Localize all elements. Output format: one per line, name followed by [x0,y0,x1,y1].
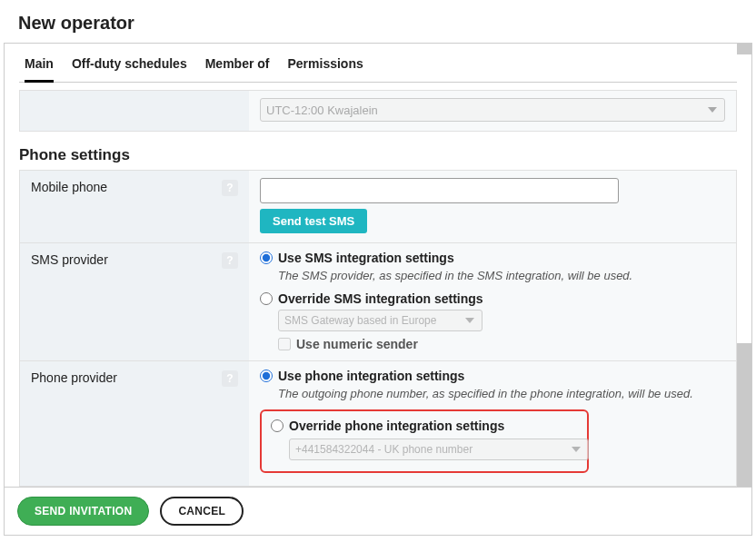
numeric-sender-checkbox[interactable] [278,338,291,350]
numeric-sender-label: Use numeric sender [296,337,418,351]
mobile-phone-label: Mobile phone [31,180,107,194]
sms-use-integration-radio[interactable] [260,251,273,264]
dialog-panel: Main Off-duty schedules Member of Permis… [4,43,752,536]
send-test-sms-button[interactable]: Send test SMS [260,209,367,233]
phone-number-select[interactable]: +441584322044 - UK phone number [289,439,589,460]
tab-member-of[interactable]: Member of [205,56,270,82]
timezone-select[interactable]: UTC-12:00 Kwajalein [260,98,725,122]
override-phone-highlight: Override phone integration settings +441… [260,409,589,473]
scrollbar-thumb[interactable] [737,343,751,496]
send-invitation-button[interactable]: SEND INVITATION [17,497,149,526]
phone-use-integration-description: The outgoing phone number, as specified … [278,387,725,400]
tab-off-duty-schedules[interactable]: Off-duty schedules [72,56,187,82]
help-icon[interactable]: ? [222,370,238,387]
mobile-phone-input[interactable] [260,178,619,203]
phone-use-integration-label: Use phone integration settings [278,369,464,383]
sms-use-integration-label: Use SMS integration settings [278,251,454,265]
scroll-region: Main Off-duty schedules Member of Permis… [5,44,751,496]
phone-override-label: Override phone integration settings [289,419,504,433]
sms-gateway-select[interactable]: SMS Gateway based in Europe [278,310,482,331]
phone-override-radio[interactable] [271,419,284,432]
tab-divider [19,82,737,83]
phone-settings-heading: Phone settings [19,146,737,164]
tab-main[interactable]: Main [25,56,54,82]
page-title: New operator [0,0,756,43]
help-icon[interactable]: ? [222,180,238,196]
phone-use-integration-radio[interactable] [260,370,273,382]
phone-provider-label: Phone provider [31,370,117,385]
tab-permissions[interactable]: Permissions [287,56,363,82]
sms-use-integration-description: The SMS provider, as specified in the SM… [278,269,725,282]
timezone-label-cell [20,91,249,131]
help-icon[interactable]: ? [222,252,238,269]
sms-override-label: Override SMS integration settings [278,291,483,306]
dialog-footer: SEND INVITATION CANCEL [5,487,751,535]
cancel-button[interactable]: CANCEL [160,497,244,526]
scrollbar-up-indicator[interactable] [737,44,751,54]
sms-override-radio[interactable] [260,292,273,305]
sms-provider-label: SMS provider [31,252,108,267]
tab-bar: Main Off-duty schedules Member of Permis… [5,44,751,82]
